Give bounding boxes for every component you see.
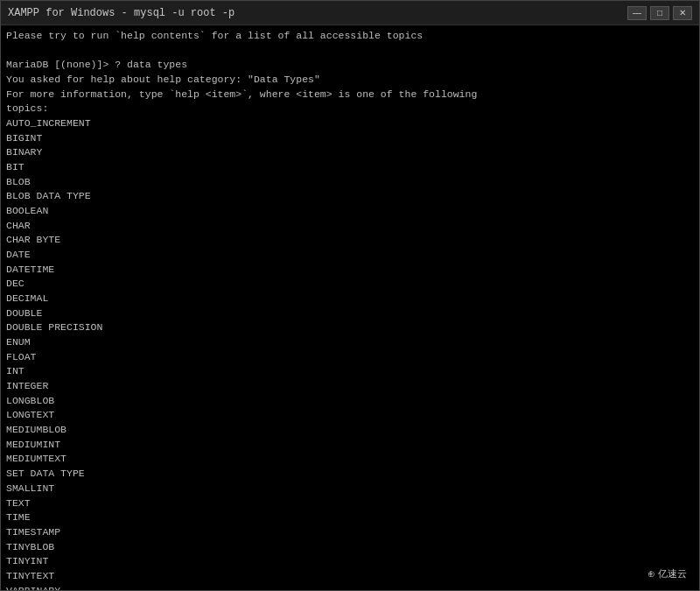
terminal[interactable]: Please try to run `help contents` for a …: [1, 25, 699, 590]
list-item: DATE: [6, 248, 694, 263]
list-item: DATETIME: [6, 263, 694, 278]
list-item: MEDIUMINT: [6, 438, 694, 453]
list-item: TINYINT: [6, 554, 694, 569]
command-prompt-1: MariaDB [(none)]> ? data types: [6, 58, 694, 73]
list-item: DOUBLE PRECISION: [6, 320, 694, 335]
maximize-button[interactable]: □: [650, 6, 669, 20]
topics-label: topics:: [6, 102, 694, 116]
list-item: BINARY: [6, 145, 694, 160]
list-item: BOOLEAN: [6, 204, 694, 219]
list-item: INT: [6, 364, 694, 379]
list-item: CHAR BYTE: [6, 233, 694, 248]
list-item: TIMESTAMP: [6, 525, 694, 540]
list-item: SET DATA TYPE: [6, 467, 694, 482]
window: XAMPP for Windows - mysql -u root -p — □…: [0, 0, 700, 591]
list-item: CHAR: [6, 219, 694, 234]
help-line-2: For more information, type `help <item>`…: [6, 88, 694, 102]
list-item: AUTO_INCREMENT: [6, 116, 694, 131]
list-item: TINYTEXT: [6, 569, 694, 584]
help-line-1: You asked for help about help category: …: [6, 73, 694, 88]
list-item: MEDIUMBLOB: [6, 423, 694, 438]
list-item: DECIMAL: [6, 292, 694, 306]
blank-line-1: [6, 44, 694, 59]
title-bar: XAMPP for Windows - mysql -u root -p — □…: [1, 1, 699, 25]
list-item: TINYBLOB: [6, 540, 694, 555]
window-controls: — □ ✕: [627, 6, 692, 20]
list-item: SMALLINT: [6, 482, 694, 496]
watermark: ⊕ 亿速云: [642, 565, 692, 583]
list-item: DOUBLE: [6, 306, 694, 321]
intro-line: Please try to run `help contents` for a …: [6, 29, 694, 44]
window-title: XAMPP for Windows - mysql -u root -p: [8, 7, 234, 19]
list-item: BLOB: [6, 175, 694, 190]
list-item: BIGINT: [6, 131, 694, 146]
list-item: BLOB DATA TYPE: [6, 189, 694, 204]
list-item: LONGBLOB: [6, 394, 694, 409]
list-item: LONGTEXT: [6, 408, 694, 423]
list-item: VARBINARY: [6, 584, 694, 590]
list-item: TIME: [6, 510, 694, 525]
list-item: BIT: [6, 160, 694, 175]
list-item: ENUM: [6, 335, 694, 350]
list-item: TEXT: [6, 496, 694, 511]
close-button[interactable]: ✕: [673, 6, 692, 20]
list-item: INTEGER: [6, 379, 694, 394]
list-item: MEDIUMTEXT: [6, 452, 694, 467]
topics-list: AUTO_INCREMENT BIGINT BINARY BIT BLOB BL…: [6, 116, 694, 590]
minimize-button[interactable]: —: [627, 6, 647, 20]
list-item: DEC: [6, 277, 694, 292]
list-item: FLOAT: [6, 350, 694, 365]
